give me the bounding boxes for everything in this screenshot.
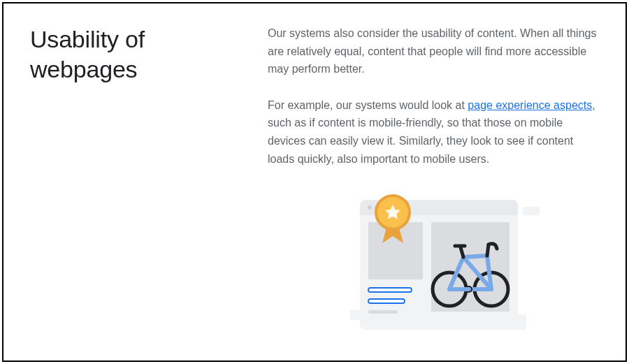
svg-rect-0 — [523, 207, 540, 215]
svg-line-16 — [463, 256, 487, 257]
left-column: Usability of webpages — [30, 24, 240, 340]
svg-rect-12 — [368, 310, 398, 314]
svg-rect-10 — [368, 288, 412, 292]
paragraph-2: For example, our systems would look at p… — [268, 96, 599, 168]
usability-illustration — [325, 190, 542, 337]
section-heading: Usability of webpages — [30, 24, 240, 84]
svg-point-6 — [368, 205, 372, 210]
right-column: Our systems also consider the usability … — [268, 24, 599, 340]
svg-rect-11 — [368, 299, 405, 303]
paragraph-2-before: For example, our systems would look at — [268, 99, 468, 111]
illustration-wrap — [268, 186, 599, 337]
paragraph-1: Our systems also consider the usability … — [268, 24, 599, 78]
content-frame: Usability of webpages Our systems also c… — [2, 2, 627, 362]
page-experience-link[interactable]: page experience aspects — [468, 99, 592, 111]
